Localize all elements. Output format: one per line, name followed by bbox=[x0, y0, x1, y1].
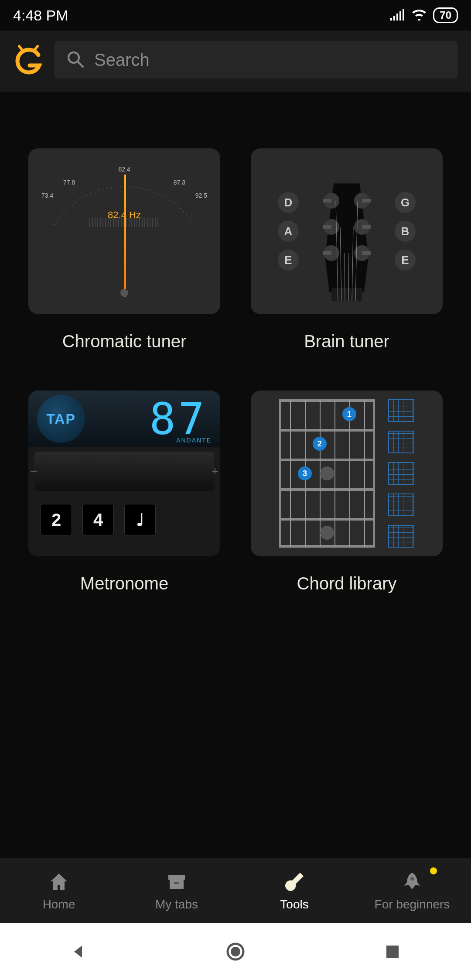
fret-marker-1 bbox=[320, 466, 334, 480]
tuner-tick-3: 82.4 bbox=[118, 166, 130, 173]
svg-line-1 bbox=[78, 62, 83, 67]
tuner-tick-1: 73.4 bbox=[41, 192, 53, 199]
tuner-tick-2: 77.8 bbox=[63, 179, 75, 186]
tuner-pivot bbox=[120, 289, 128, 297]
chord-dot-3: 3 bbox=[298, 466, 312, 480]
nav-mytabs-label: My tabs bbox=[155, 898, 198, 911]
svg-rect-27 bbox=[386, 946, 399, 958]
left-string-labels: D A E bbox=[278, 192, 299, 271]
guitar-headstock-icon bbox=[303, 161, 390, 301]
status-indicators: 70 bbox=[390, 7, 458, 24]
tool-chord-library[interactable]: 1 2 3 Chord library bbox=[249, 391, 445, 593]
search-input[interactable] bbox=[94, 50, 446, 70]
system-nav-bar bbox=[0, 923, 471, 980]
svg-rect-11 bbox=[362, 225, 371, 229]
wifi-icon bbox=[411, 7, 427, 24]
svg-rect-23 bbox=[174, 882, 179, 884]
svg-rect-13 bbox=[362, 251, 371, 255]
svg-point-24 bbox=[410, 877, 414, 881]
metronome-card: TAP 87 ANDANTE 2 4 ♩ bbox=[28, 391, 220, 556]
string-g-button[interactable]: G bbox=[395, 192, 416, 213]
metronome-label: Metronome bbox=[80, 574, 168, 593]
bottom-nav: Home My tabs Tools For beginners bbox=[0, 858, 471, 923]
time-sig-numerator[interactable]: 2 bbox=[41, 504, 72, 535]
svg-rect-14 bbox=[331, 288, 362, 301]
brain-tuner-label: Brain tuner bbox=[304, 332, 389, 351]
chromatic-tuner-label: Chromatic tuner bbox=[62, 332, 187, 351]
chord-thumb-3[interactable] bbox=[388, 462, 414, 485]
string-b-button[interactable]: B bbox=[395, 221, 416, 242]
archive-icon bbox=[164, 870, 189, 894]
chord-thumb-5[interactable] bbox=[388, 525, 414, 548]
fret-marker-2 bbox=[320, 526, 334, 540]
chord-thumb-4[interactable] bbox=[388, 493, 414, 516]
nav-tools[interactable]: Tools bbox=[236, 858, 353, 923]
chord-thumb-1[interactable] bbox=[388, 399, 414, 422]
nav-home-label: Home bbox=[43, 898, 75, 911]
nav-beginners[interactable]: For beginners bbox=[353, 858, 471, 923]
nav-home[interactable]: Home bbox=[0, 858, 118, 923]
search-icon bbox=[66, 50, 84, 69]
svg-rect-3 bbox=[323, 199, 331, 202]
nav-beginners-label: For beginners bbox=[375, 898, 450, 911]
search-box[interactable] bbox=[54, 41, 458, 79]
chord-thumb-2[interactable] bbox=[388, 431, 414, 453]
tuner-needle bbox=[124, 175, 126, 297]
svg-point-26 bbox=[231, 947, 240, 956]
tuner-tick-4: 87.3 bbox=[174, 179, 185, 186]
nav-mytabs[interactable]: My tabs bbox=[118, 858, 236, 923]
tuner-tick-5: 92.5 bbox=[195, 192, 207, 199]
tool-chromatic-tuner[interactable]: 73.4 77.8 82.4 87.3 92.5 82.4 Hz Chromat… bbox=[26, 148, 222, 351]
chord-library-card: 1 2 3 bbox=[251, 391, 443, 556]
chord-dot-1: 1 bbox=[342, 407, 356, 421]
svg-rect-22 bbox=[170, 880, 184, 889]
status-time: 4:48 PM bbox=[13, 7, 68, 24]
svg-rect-9 bbox=[362, 199, 371, 202]
string-d-button[interactable]: D bbox=[278, 192, 299, 213]
battery-indicator: 70 bbox=[433, 7, 458, 23]
chord-dot-2: 2 bbox=[313, 437, 327, 451]
notification-badge bbox=[430, 867, 437, 874]
recents-button[interactable] bbox=[382, 941, 403, 963]
brain-tuner-card: D A E bbox=[251, 148, 443, 314]
topbar bbox=[0, 31, 471, 92]
app-logo[interactable] bbox=[13, 45, 44, 75]
time-sig-denominator[interactable]: 4 bbox=[82, 504, 114, 535]
tool-metronome[interactable]: TAP 87 ANDANTE 2 4 ♩ Metronome bbox=[26, 391, 222, 593]
status-bar: 4:48 PM 70 bbox=[0, 0, 471, 31]
string-a-button[interactable]: A bbox=[278, 221, 299, 242]
tempo-name: ANDANTE bbox=[176, 437, 212, 444]
nav-tools-label: Tools bbox=[280, 898, 308, 911]
string-e-high-button[interactable]: E bbox=[395, 250, 416, 271]
svg-rect-21 bbox=[168, 875, 185, 880]
guitar-icon bbox=[282, 870, 307, 894]
chord-library-label: Chord library bbox=[297, 574, 397, 593]
tools-grid: 73.4 77.8 82.4 87.3 92.5 82.4 Hz Chromat… bbox=[0, 92, 471, 858]
home-button[interactable] bbox=[225, 941, 246, 963]
string-e-low-button[interactable]: E bbox=[278, 250, 299, 271]
subdivision-button[interactable]: ♩ bbox=[124, 504, 156, 535]
rocket-icon bbox=[400, 870, 424, 894]
tool-brain-tuner[interactable]: D A E bbox=[249, 148, 445, 351]
chord-thumbnails bbox=[388, 399, 414, 548]
right-string-labels: G B E bbox=[395, 192, 416, 271]
chromatic-tuner-card: 73.4 77.8 82.4 87.3 92.5 82.4 Hz bbox=[28, 148, 220, 314]
fretboard: 1 2 3 bbox=[279, 399, 375, 548]
tempo-dial[interactable] bbox=[34, 452, 214, 491]
back-button[interactable] bbox=[68, 941, 89, 963]
signal-icon bbox=[390, 7, 405, 24]
svg-rect-5 bbox=[323, 225, 331, 229]
tap-button[interactable]: TAP bbox=[37, 395, 85, 443]
svg-point-0 bbox=[68, 52, 79, 63]
svg-rect-7 bbox=[323, 251, 331, 255]
home-icon bbox=[47, 870, 71, 894]
